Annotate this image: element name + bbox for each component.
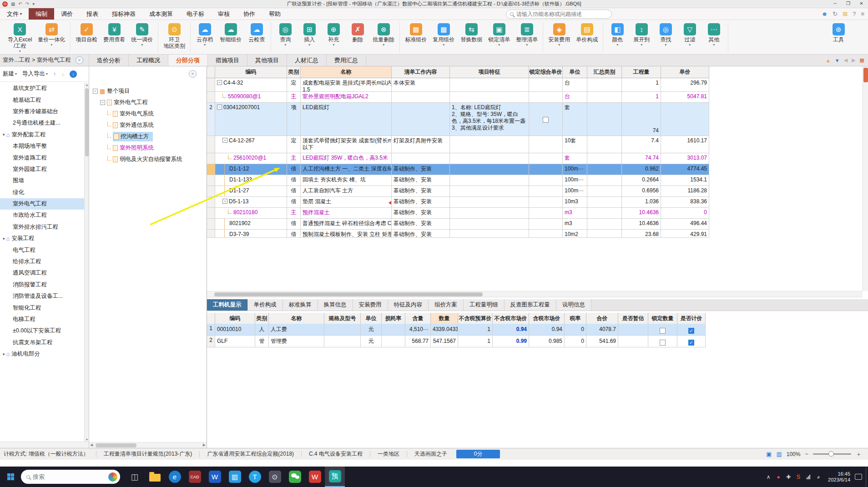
column-header[interactable]: 单价 bbox=[661, 66, 709, 78]
move-up-icon[interactable]: ↑ bbox=[53, 71, 56, 77]
detail-tab[interactable]: 工料机显示 bbox=[207, 299, 248, 311]
project-check-button[interactable]: ✓项目自检 bbox=[73, 22, 100, 44]
scrollbar-thumb[interactable] bbox=[863, 68, 868, 82]
sanitation-region-button[interactable]: ⊙环卫地区类别 bbox=[161, 22, 188, 50]
grid-vscrollbar[interactable] bbox=[863, 66, 868, 291]
zoom-in-button[interactable]: ＋ bbox=[856, 450, 862, 458]
sync-icon[interactable]: ↻ bbox=[833, 10, 838, 18]
scrollbar-thumb[interactable] bbox=[85, 88, 89, 156]
table-row[interactable]: D1-1-133借回填土 夯实机夯实 槽、坑基础制作、安装100m···0.26… bbox=[207, 175, 709, 186]
column-header[interactable]: 类别 bbox=[287, 66, 301, 78]
column-header[interactable]: 单位 bbox=[361, 313, 382, 325]
column-header[interactable]: 汇总类别 bbox=[587, 66, 622, 78]
sidebar-item[interactable]: 电气工程 bbox=[0, 244, 84, 256]
detail-tab[interactable]: 工程量明细 bbox=[464, 299, 505, 311]
tree-node[interactable]: 室外电气系统 bbox=[89, 108, 207, 120]
sidebar-item[interactable]: 市政给水工程 bbox=[0, 210, 84, 221]
others-button[interactable]: ⋯其他▾ bbox=[702, 22, 726, 48]
menu-item[interactable]: 审核 bbox=[211, 8, 237, 20]
detail-tab[interactable]: 反查图形工程量 bbox=[505, 299, 557, 311]
query-button[interactable]: ◎查询▾ bbox=[273, 22, 297, 48]
table-row[interactable]: 8021902借普通预拌混凝土 碎石粒径综合考虑 C15基础制作、安装m310.… bbox=[207, 219, 709, 230]
move-down-icon[interactable]: ▼ bbox=[835, 58, 840, 63]
cloud-archive-button[interactable]: ☁云存档▾ bbox=[193, 22, 217, 48]
unit-price-comp-button[interactable]: ▤单价构成 bbox=[573, 22, 601, 44]
settings-taskbar-button[interactable]: ⊙ bbox=[265, 467, 285, 487]
detail-tab[interactable]: 标准换算 bbox=[283, 299, 318, 311]
table-row[interactable]: 25610020@1主LED庭院灯 35W，暖白色，高3.5米套74.74301… bbox=[207, 153, 709, 164]
split-view-icon[interactable]: ▥ bbox=[776, 451, 782, 457]
zoom-out-button[interactable]: − bbox=[805, 451, 808, 457]
wps-taskbar-button[interactable]: W bbox=[305, 467, 325, 487]
sogou-icon[interactable]: S bbox=[793, 474, 803, 480]
notification-center-icon[interactable] bbox=[855, 474, 862, 480]
column-header[interactable]: 税率 bbox=[565, 313, 586, 325]
detail-tab[interactable]: 换算信息 bbox=[318, 299, 353, 311]
tim-taskbar-button[interactable]: T bbox=[245, 467, 265, 487]
column-header[interactable]: 锁定数量 bbox=[648, 313, 677, 325]
expand-to-button[interactable]: ↕展开到▾ bbox=[630, 22, 653, 48]
sidebar-hscrollbar[interactable] bbox=[0, 442, 89, 448]
column-header[interactable]: 单位 bbox=[563, 66, 587, 78]
taskbar-search-input[interactable] bbox=[33, 473, 108, 480]
tab-item[interactable]: 工程概况 bbox=[129, 55, 168, 66]
import-export-button[interactable]: 导入导出▾ bbox=[22, 70, 48, 78]
smart-pricing-button[interactable]: ☁智能组价 bbox=[217, 22, 244, 44]
table-row[interactable]: −D5-1-13借垫层 混凝土基础制作、安装10m31.036838.36 bbox=[207, 197, 709, 208]
sidebar-item[interactable]: 室外蓄冷罐基础台 bbox=[0, 106, 84, 117]
tab-item[interactable]: 其他项目 bbox=[247, 55, 287, 66]
redo-icon[interactable]: ↷ bbox=[25, 1, 29, 7]
sidebar-item[interactable]: 室外园建工程 bbox=[0, 164, 84, 175]
detail-tab[interactable]: 组价方案 bbox=[429, 299, 464, 311]
layout-view-icon[interactable]: ▣ bbox=[766, 451, 772, 457]
standard-pricing-button[interactable]: ▦标准组价 bbox=[402, 22, 429, 44]
menu-item[interactable]: 协作 bbox=[237, 8, 262, 20]
column-header[interactable]: 不含税预算价 bbox=[458, 313, 493, 325]
cad-taskbar-button[interactable]: CAD bbox=[185, 467, 205, 487]
column-header[interactable]: 含量 bbox=[405, 313, 431, 325]
column-header[interactable]: 清单工作内容 bbox=[392, 66, 450, 78]
score-badge[interactable]: 0分 bbox=[456, 450, 500, 458]
undo-icon[interactable]: ↶ bbox=[18, 1, 22, 7]
checkbox-unchecked-icon[interactable] bbox=[660, 328, 666, 334]
zoom-slider[interactable] bbox=[813, 453, 851, 455]
nav-right-icon[interactable]: ▶ bbox=[852, 57, 855, 63]
close-button[interactable]: ✕ bbox=[855, 0, 868, 8]
column-header[interactable]: 含税市场价 bbox=[529, 313, 565, 325]
scrollbar-thumb[interactable] bbox=[96, 443, 136, 447]
table-row[interactable]: 100010010人人工费元4,510···4339.043310.940.94… bbox=[207, 324, 706, 336]
sidebar-item[interactable]: 桩基础工程 bbox=[0, 94, 84, 105]
sidebar-item[interactable]: 室外排水排污工程 bbox=[0, 221, 84, 233]
sidebar-item[interactable]: 通风空调工程 bbox=[0, 267, 84, 279]
tidy-list-button[interactable]: ≣整理清单▾ bbox=[513, 22, 540, 48]
edge-taskbar-button[interactable]: e bbox=[165, 467, 185, 487]
menu-item[interactable]: 报表 bbox=[80, 8, 105, 20]
table-row[interactable]: 2GLF管管理费元568.77547.156710.990.9850541.69… bbox=[207, 336, 706, 347]
quick-access-chevron-icon[interactable]: ▾ bbox=[32, 1, 35, 7]
sidebar-item[interactable]: 基坑支护工程 bbox=[0, 83, 84, 94]
cell[interactable]: ✓ bbox=[677, 324, 706, 336]
apps-grid-icon[interactable]: ⊞ bbox=[843, 10, 848, 18]
expander-icon[interactable]: − bbox=[93, 89, 98, 94]
user-icon[interactable]: ☻ bbox=[822, 10, 828, 18]
more-menu-icon[interactable]: ≡ bbox=[861, 10, 864, 18]
collapse-icon[interactable]: − bbox=[217, 105, 222, 110]
tree-node[interactable]: 挖沟槽土方 bbox=[89, 131, 207, 142]
column-header[interactable]: 不含税市场价 bbox=[493, 313, 529, 325]
sidebar-item[interactable]: 围墙 bbox=[0, 175, 84, 186]
menu-item[interactable]: 文件▾ bbox=[0, 8, 29, 20]
folder-taskbar-button[interactable] bbox=[145, 467, 165, 487]
tree-node[interactable]: −▦整个项目 bbox=[89, 85, 207, 97]
minimize-button[interactable]: ─ bbox=[828, 0, 842, 8]
tray-app-icon[interactable]: ● bbox=[773, 474, 783, 480]
download-circle-icon[interactable]: ↓ bbox=[70, 70, 77, 78]
sidebar-item[interactable]: 绿化 bbox=[0, 187, 84, 198]
collapse-tree-button[interactable]: « bbox=[189, 70, 197, 78]
tab-active[interactable]: 分部分项 bbox=[168, 55, 208, 66]
cloud-check-button[interactable]: ☁云检查 bbox=[245, 22, 268, 44]
sidebar-scrollbar[interactable]: ▲ ▼ bbox=[84, 83, 89, 442]
table-row[interactable]: D3-7-39借预制混凝土模板制作、安装 立柱 矩形基础制作、安装10m223.… bbox=[207, 230, 709, 238]
column-header[interactable]: 编码 bbox=[215, 313, 255, 325]
tree-node[interactable]: −室外电气工程 bbox=[89, 97, 207, 108]
install-fee-button[interactable]: ◈安装费用▾ bbox=[545, 22, 573, 48]
